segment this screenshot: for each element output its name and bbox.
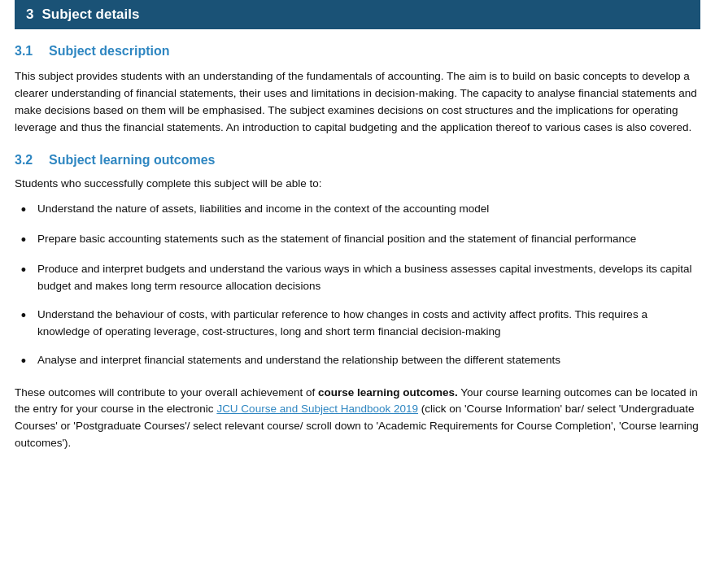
- list-item: •Understand the nature of assets, liabil…: [15, 201, 700, 220]
- section-number: 3: [26, 7, 33, 23]
- list-item: •Analyse and interpret financial stateme…: [15, 352, 700, 371]
- subject-description: This subject provides students with an u…: [15, 68, 700, 137]
- list-item: •Understand the behaviour of costs, with…: [15, 307, 700, 341]
- outcome-text: Analyse and interpret financial statemen…: [37, 352, 560, 369]
- section-header: 3 Subject details: [15, 0, 700, 29]
- bullet-icon: •: [15, 307, 33, 325]
- handbook-link[interactable]: JCU Course and Subject Handbook 2019: [216, 403, 418, 415]
- subsection-32-number: 3.2: [15, 153, 37, 168]
- outcome-text: Prepare basic accounting statements such…: [37, 231, 636, 248]
- bullet-icon: •: [15, 231, 33, 250]
- outcomes-intro: Students who successfully complete this …: [15, 177, 700, 189]
- subsection-31-title: 3.1 Subject description: [15, 44, 700, 59]
- bullet-icon: •: [15, 261, 33, 280]
- section-title: Subject details: [41, 7, 139, 23]
- outcome-text: Produce and interpret budgets and unders…: [37, 261, 700, 295]
- subsection-32-label: Subject learning outcomes: [49, 153, 215, 168]
- bullet-icon: •: [15, 352, 33, 371]
- bullet-icon: •: [15, 201, 33, 220]
- outcome-text: Understand the nature of assets, liabili…: [37, 201, 489, 218]
- footer-text: These outcomes will contribute to your o…: [15, 385, 700, 453]
- subsection-31-number: 3.1: [15, 44, 37, 59]
- subsection-32-title: 3.2 Subject learning outcomes: [15, 153, 700, 168]
- footer-pre-link: These outcomes will contribute to your o…: [15, 386, 318, 399]
- subsection-31-label: Subject description: [49, 44, 169, 59]
- outcomes-list: •Understand the nature of assets, liabil…: [15, 201, 700, 372]
- list-item: •Produce and interpret budgets and under…: [15, 261, 700, 295]
- list-item: •Prepare basic accounting statements suc…: [15, 231, 700, 250]
- footer-bold: course learning outcomes.: [318, 386, 458, 399]
- subsection-32-block: 3.2 Subject learning outcomes: [15, 153, 700, 168]
- page-container: 3 Subject details 3.1 Subject descriptio…: [0, 0, 715, 468]
- outcome-text: Understand the behaviour of costs, with …: [37, 307, 700, 341]
